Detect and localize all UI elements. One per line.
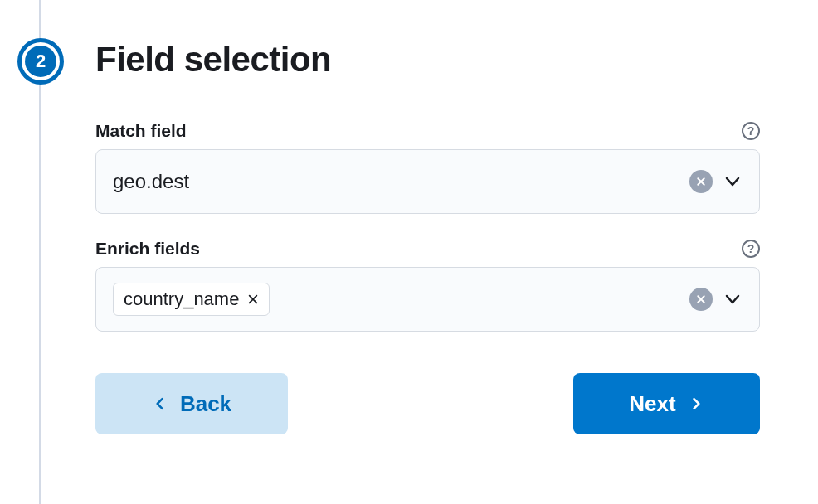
chevron-down-icon[interactable]: [723, 289, 743, 309]
clear-icon[interactable]: [689, 170, 713, 193]
match-field-input[interactable]: geo.dest: [95, 149, 760, 214]
next-button-label: Next: [629, 391, 675, 417]
enrich-fields-label-row: Enrich fields ?: [95, 239, 760, 259]
help-icon[interactable]: ?: [742, 240, 760, 258]
chevron-right-icon: [688, 395, 704, 412]
step-indicator-inner: 2: [25, 46, 56, 77]
back-button[interactable]: Back: [95, 373, 288, 434]
clear-icon[interactable]: [689, 288, 713, 311]
enrich-fields-label: Enrich fields: [95, 239, 200, 259]
back-button-label: Back: [180, 391, 231, 417]
match-field-label-row: Match field ?: [95, 121, 760, 141]
next-button[interactable]: Next: [573, 373, 760, 434]
help-icon[interactable]: ?: [742, 122, 760, 140]
enrich-fields-group: Enrich fields ? country_name: [95, 239, 760, 332]
enrich-field-chip: country_name: [113, 283, 270, 316]
enrich-fields-input[interactable]: country_name: [95, 267, 760, 332]
page-title: Field selection: [95, 40, 760, 80]
match-field-label: Match field: [95, 121, 187, 141]
step-number: 2: [36, 51, 46, 72]
chip-label: country_name: [124, 288, 239, 310]
button-row: Back Next: [95, 373, 760, 434]
step-indicator: 2: [17, 38, 64, 85]
chevron-down-icon[interactable]: [723, 172, 743, 191]
match-field-group: Match field ? geo.dest: [95, 121, 760, 214]
chevron-left-icon: [152, 395, 168, 412]
match-field-value: geo.dest: [113, 170, 689, 193]
close-icon[interactable]: [247, 293, 259, 305]
